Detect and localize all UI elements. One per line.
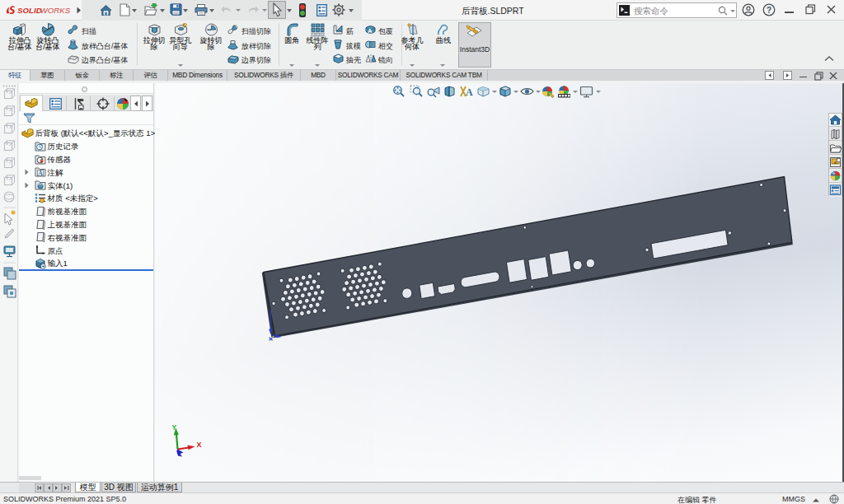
svg-text:A: A — [466, 86, 473, 98]
svg-text:Y: Y — [172, 423, 177, 432]
svg-text:?: ? — [767, 6, 771, 15]
svg-text:WORKS: WORKS — [40, 6, 71, 15]
svg-text:A: A — [368, 27, 372, 33]
svg-text:SOLID: SOLID — [17, 6, 42, 15]
svg-text:X: X — [197, 441, 202, 449]
svg-text:A: A — [38, 170, 43, 177]
